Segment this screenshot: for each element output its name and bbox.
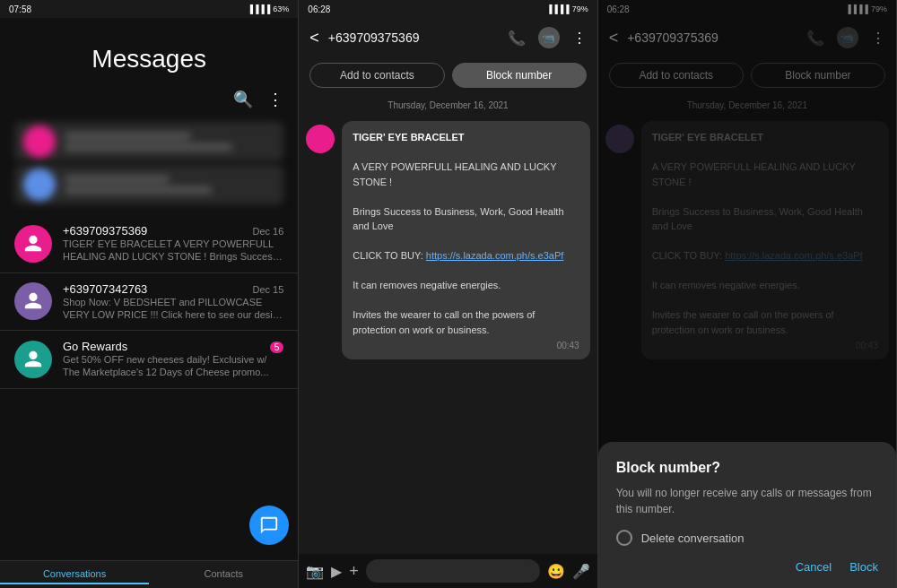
conv-preview-3: Get 50% OFF new cheeses daily! Exclusive… <box>63 353 283 379</box>
back-button[interactable]: < <box>309 29 319 48</box>
blur-line-1 <box>65 133 191 140</box>
chat-action-icons: 📞 📹 ⋮ <box>508 27 587 48</box>
conv-header-3: Go Rewards 5 <box>63 340 283 353</box>
delete-conversation-option[interactable]: Delete conversation <box>616 530 878 546</box>
blur-content-2 <box>65 176 274 194</box>
block-number-dialog: Block number? You will no longer receive… <box>598 442 896 588</box>
time-2: 06:28 <box>308 4 330 14</box>
chat-header: < +639709375369 📞 📹 ⋮ <box>299 18 597 57</box>
message-avatar <box>306 125 335 153</box>
header-icons: 🔍 ⋮ <box>0 82 298 117</box>
action-buttons: Add to contacts Block number <box>299 57 597 93</box>
bottom-nav: Conversations Contacts <box>0 560 298 588</box>
conv-date-3: 5 <box>270 342 284 353</box>
message-time: 00:43 <box>353 341 579 350</box>
status-bar-1: 07:58 ▐▐▐▐ 63% <box>0 0 298 18</box>
status-icons-1: ▐▐▐▐ 63% <box>248 4 290 13</box>
blur-line-3 <box>65 176 170 183</box>
chat-panel: 06:28 ▐▐▐▐ 79% < +639709375369 📞 📹 ⋮ Add… <box>299 0 597 588</box>
block-dialog-panel: 06:28 ▐▐▐▐ 79% < +639709375369 📞 📹 ⋮ Add… <box>598 0 897 588</box>
battery-icon-2: 79% <box>572 4 588 13</box>
battery-icon-1: 63% <box>273 4 289 13</box>
conv-body-1: +639709375369 Dec 16 TIGER' EYE BRACELET… <box>63 224 283 264</box>
add-icon[interactable]: + <box>349 562 359 581</box>
blurred-conversations <box>0 117 298 210</box>
conv-date-1: Dec 16 <box>252 226 283 237</box>
tab-conversations-label: Conversations <box>43 568 106 579</box>
message-row-1: TIGER' EYE BRACELET A VERY POWERFULL HEA… <box>299 117 597 363</box>
phone-icon[interactable]: 📞 <box>508 30 526 47</box>
app-header: Messages <box>0 18 298 82</box>
tab-contacts-label: Contacts <box>205 568 243 579</box>
app-title: Messages <box>14 45 283 74</box>
conv-avatar-3 <box>14 341 52 378</box>
tab-conversations[interactable]: Conversations <box>0 568 149 584</box>
message-input[interactable] <box>366 559 540 583</box>
status-icons-2: ▐▐▐▐ 79% <box>546 4 588 13</box>
conversation-list: +639709375369 Dec 16 TIGER' EYE BRACELET… <box>0 215 298 560</box>
conv-body-2: +639707342763 Dec 15 Shop Now: V BEDSHEE… <box>63 282 283 322</box>
blur-avatar-1 <box>23 125 56 158</box>
add-to-contacts-button[interactable]: Add to contacts <box>309 63 444 88</box>
conv-item-2[interactable]: +639707342763 Dec 15 Shop Now: V BEDSHEE… <box>0 273 298 332</box>
blur-avatar-2 <box>23 169 56 201</box>
blur-content-1 <box>65 133 274 151</box>
video-attach-icon[interactable]: ▶ <box>331 563 342 580</box>
block-dialog-actions: Cancel Block <box>616 560 878 574</box>
conv-date-2: Dec 15 <box>252 284 283 295</box>
conv-preview-1: TIGER' EYE BRACELET A VERY POWERFULL HEA… <box>63 238 283 264</box>
more-options-icon[interactable]: ⋮ <box>267 90 283 109</box>
message-line-4: It can removes negative energies. <box>353 280 501 290</box>
conv-header-1: +639709375369 Dec 16 <box>63 224 283 238</box>
blur-line-4 <box>65 186 212 194</box>
voice-icon[interactable]: 🎤 <box>572 563 590 580</box>
search-icon[interactable]: 🔍 <box>233 90 253 109</box>
block-dialog-description: You will no longer receive any calls or … <box>616 485 878 517</box>
delete-radio-button[interactable] <box>616 530 632 546</box>
conv-name-1: +639709375369 <box>63 224 147 238</box>
block-dialog-title: Block number? <box>616 460 878 476</box>
blur-row-2 <box>14 165 283 204</box>
conv-item-3[interactable]: Go Rewards 5 Get 50% OFF new cheeses dai… <box>0 331 298 389</box>
time-1: 07:58 <box>9 4 31 14</box>
signal-icon-1: ▐▐▐▐ <box>248 4 271 13</box>
message-title: TIGER' EYE BRACELET <box>353 132 464 143</box>
blur-line-2 <box>65 143 232 151</box>
message-link[interactable]: https://s.lazada.com.ph/s.e3aPf <box>426 250 563 261</box>
signal-icon-2: ▐▐▐▐ <box>546 4 570 13</box>
tab-contacts[interactable]: Contacts <box>149 568 298 584</box>
more-options-chat-icon[interactable]: ⋮ <box>572 30 587 47</box>
block-confirm-button[interactable]: Block <box>849 560 878 574</box>
messages-list-panel: 07:58 ▐▐▐▐ 63% Messages 🔍 ⋮ <box>0 0 299 588</box>
message-bubble-1: TIGER' EYE BRACELET A VERY POWERFULL HEA… <box>342 121 589 359</box>
message-line-1: A VERY POWERFULL HEALING AND LUCKY STONE… <box>353 161 556 187</box>
message-line-5: Invites the wearer to call on the powers… <box>353 309 535 335</box>
video-call-icon[interactable]: 📹 <box>538 27 560 48</box>
conv-body-3: Go Rewards 5 Get 50% OFF new cheeses dai… <box>63 340 283 379</box>
conv-avatar-2 <box>14 282 52 320</box>
delete-conversation-label: Delete conversation <box>641 532 745 545</box>
blur-row-1 <box>14 122 283 161</box>
block-number-button[interactable]: Block number <box>452 63 587 88</box>
message-line-3: CLICK TO BUY: https://s.lazada.com.ph/s.… <box>353 250 563 261</box>
image-attach-icon[interactable]: 📷 <box>306 563 324 580</box>
conv-name-2: +639707342763 <box>63 282 147 296</box>
chat-phone-number: +639709375369 <box>328 30 499 45</box>
emoji-icon[interactable]: 😀 <box>547 563 565 580</box>
bubble-text-1: TIGER' EYE BRACELET A VERY POWERFULL HEA… <box>353 130 579 337</box>
cancel-button[interactable]: Cancel <box>796 560 832 574</box>
chat-date-separator: Thursday, December 16, 2021 <box>299 93 597 117</box>
conv-name-3: Go Rewards <box>63 340 127 353</box>
conv-item-1[interactable]: +639709375369 Dec 16 TIGER' EYE BRACELET… <box>0 215 298 273</box>
conv-preview-2: Shop Now: V BEDSHEET and PILLOWCASE VERY… <box>63 296 283 322</box>
conv-header-2: +639707342763 Dec 15 <box>63 282 283 296</box>
compose-fab[interactable] <box>249 506 289 545</box>
status-bar-2: 06:28 ▐▐▐▐ 79% <box>299 0 597 18</box>
message-line-2: Brings Success to Business, Work, Good H… <box>353 206 563 232</box>
conv-avatar-1 <box>14 225 52 263</box>
chat-input-bar: 📷 ▶ + 😀 🎤 <box>299 554 597 588</box>
